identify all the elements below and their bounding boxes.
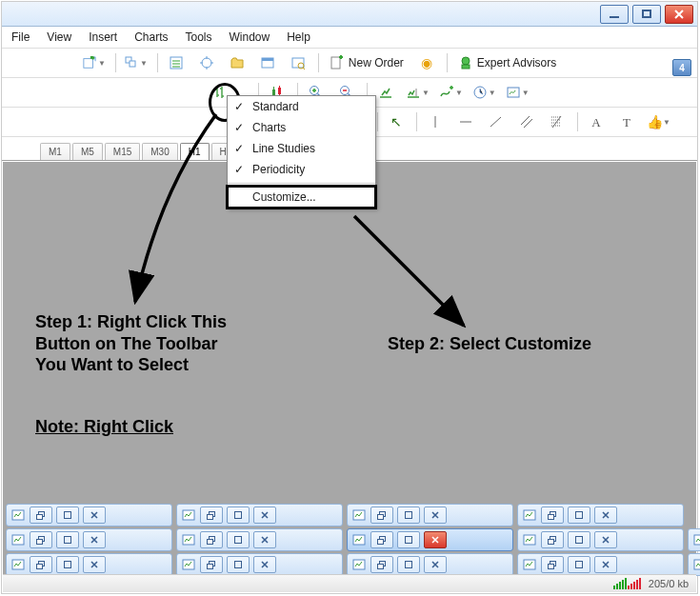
svg-rect-25: [524, 535, 535, 545]
tab-restore-icon: [30, 507, 52, 524]
tab-maximize-icon: [568, 507, 590, 524]
hline-icon: [458, 114, 473, 129]
trendline-icon: [489, 114, 504, 129]
fibonacci-button[interactable]: [543, 110, 571, 133]
tab-maximize-icon: [56, 556, 79, 573]
market-watch-button[interactable]: [162, 51, 190, 74]
tab-maximize-icon: [568, 556, 590, 573]
chart-tab[interactable]: [517, 553, 684, 576]
annotation-note: Note: Right Click: [35, 416, 173, 438]
window-close-button[interactable]: [665, 5, 693, 24]
ctx-line-studies[interactable]: Line Studies: [228, 138, 375, 159]
indicators-button[interactable]: ▼: [435, 81, 467, 104]
expert-advisors-button[interactable]: Expert Advisors: [451, 51, 563, 74]
arrows-button[interactable]: 👍▼: [643, 110, 674, 133]
window-titlebar: [2, 2, 697, 27]
text-icon: A: [589, 114, 604, 129]
tab-restore-icon: [541, 556, 564, 573]
channel-button[interactable]: [512, 110, 541, 133]
svg-rect-6: [262, 58, 273, 61]
terminal-button[interactable]: [253, 51, 282, 74]
tf-m1[interactable]: M1: [40, 143, 70, 160]
text-button[interactable]: A: [582, 110, 610, 133]
chart-tab-icon: [351, 532, 367, 547]
templates-button[interactable]: ▼: [502, 81, 533, 104]
menu-charts[interactable]: Charts: [134, 30, 168, 44]
chart-tab-icon: [692, 557, 700, 572]
data-window-button[interactable]: [223, 51, 251, 74]
svg-rect-23: [183, 535, 194, 545]
svg-rect-19: [183, 510, 194, 520]
tf-m30[interactable]: M30: [142, 143, 177, 160]
tab-close-icon: [253, 556, 276, 573]
chart-tab[interactable]: [517, 528, 684, 551]
tab-maximize-icon: [397, 531, 420, 548]
vertical-line-button[interactable]: [421, 110, 450, 133]
folder-star-icon: [230, 55, 245, 70]
menu-view[interactable]: View: [47, 30, 71, 44]
menu-help[interactable]: Help: [287, 30, 310, 44]
menu-window[interactable]: Window: [230, 30, 270, 44]
tf-m5[interactable]: M5: [72, 143, 103, 160]
ctx-charts[interactable]: Charts: [228, 117, 375, 138]
chart-tab[interactable]: [6, 504, 172, 526]
navigator-button[interactable]: [192, 51, 221, 74]
svg-rect-13: [278, 88, 281, 94]
strategy-tester-button[interactable]: [284, 51, 312, 74]
chart-tab[interactable]: [176, 504, 343, 526]
svg-rect-24: [353, 535, 365, 545]
window-maximize-button[interactable]: [632, 5, 661, 24]
new-chart-button[interactable]: ▼: [78, 51, 110, 74]
mdi-windows-badge[interactable]: 4: [672, 59, 691, 76]
chart-tab[interactable]: [517, 504, 684, 526]
chart-tab-icon: [692, 532, 700, 547]
chart-tab-icon: [181, 557, 196, 572]
svg-rect-27: [12, 560, 24, 569]
menu-bar: File View Insert Charts Tools Window Hel…: [2, 27, 697, 49]
menu-file[interactable]: File: [11, 30, 30, 44]
market-watch-icon: [169, 55, 184, 70]
ctx-standard[interactable]: Standard: [228, 96, 375, 117]
horizontal-line-button[interactable]: [451, 110, 480, 133]
chart-tab[interactable]: [176, 553, 343, 576]
tf-h1[interactable]: H1: [180, 143, 210, 160]
periodicity-button[interactable]: ▼: [469, 81, 500, 104]
ctx-periodicity[interactable]: Periodicity: [228, 159, 375, 180]
tab-close-icon: [83, 556, 106, 573]
svg-rect-9: [331, 57, 340, 69]
new-order-button[interactable]: New Order: [323, 51, 410, 74]
svg-rect-30: [524, 560, 535, 569]
tf-m15[interactable]: M15: [105, 143, 140, 160]
chart-tab[interactable]: [688, 553, 700, 576]
menu-insert[interactable]: Insert: [89, 30, 117, 44]
cursor-button[interactable]: ↖: [382, 110, 410, 133]
chart-shift-button[interactable]: ▼: [402, 81, 433, 104]
chart-tab[interactable]: [347, 553, 513, 576]
tab-maximize-icon: [397, 507, 420, 524]
annotation-step-1: Step 1: Right Click This Button on The T…: [35, 311, 227, 376]
text-label-icon: T: [619, 114, 634, 129]
svg-rect-22: [12, 535, 24, 545]
chart-tab[interactable]: [176, 528, 343, 551]
metaquotes-button[interactable]: ◉: [412, 51, 441, 74]
tab-close-icon: [83, 531, 106, 548]
tab-maximize-icon: [227, 507, 250, 524]
tab-restore-icon: [200, 507, 223, 524]
status-bar: 205/0 kb: [3, 574, 696, 592]
chart-tab[interactable]: [6, 528, 172, 551]
chart-tab-active[interactable]: [347, 528, 513, 551]
connection-strength-icon: [613, 578, 641, 589]
chart-tab[interactable]: [347, 504, 513, 526]
menu-tools[interactable]: Tools: [186, 30, 212, 44]
chart-tab-icon: [181, 532, 196, 547]
profiles-button[interactable]: ▼: [120, 51, 151, 74]
ctx-customize[interactable]: Customize...: [228, 187, 375, 208]
lightbulb-icon: ◉: [419, 55, 434, 70]
ctx-separator: [228, 183, 375, 184]
window-minimize-button[interactable]: [600, 5, 629, 24]
trendline-button[interactable]: [482, 110, 510, 133]
chart-tab[interactable]: [6, 553, 172, 576]
chart-tab[interactable]: [688, 528, 700, 551]
chart-tab-icon: [351, 507, 367, 523]
text-label-button[interactable]: T: [612, 110, 641, 133]
